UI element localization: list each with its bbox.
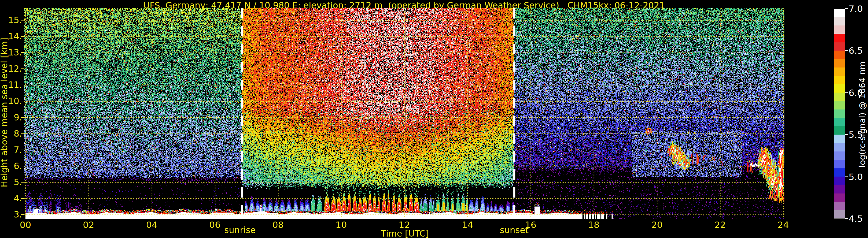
y-tick-label: 13. [1, 47, 22, 58]
y-tick-mark [21, 101, 24, 101]
colorbar-tick-mark [845, 218, 848, 219]
colorbar-canvas [834, 9, 845, 219]
y-tick-label: 3. [1, 209, 22, 220]
sunset-label: sunset [485, 225, 543, 235]
heatmap-canvas [24, 8, 784, 219]
y-tick-label: 10. [1, 96, 22, 106]
ceilometer-quicklook-page: { "title": "UFS, Germany; 47.417 N / 10.… [0, 0, 868, 238]
y-tick-label: 8. [1, 129, 22, 139]
y-tick-mark [21, 214, 24, 215]
x-tick-label: 04 [139, 219, 165, 230]
y-tick-mark [21, 117, 24, 118]
x-tick-label: 20 [644, 219, 670, 230]
colorbar-tick-mark [845, 176, 848, 177]
y-tick-mark [21, 52, 24, 53]
colorbar-tick-mark [845, 93, 848, 93]
y-tick-mark [21, 84, 24, 85]
x-tick-label: 14 [455, 219, 480, 230]
colorbar-label: log(rc-signal) @ 1064 nm [857, 42, 867, 186]
x-tick-label: 24 [770, 219, 796, 230]
y-tick-mark [21, 133, 24, 134]
x-tick-label: 00 [12, 219, 38, 230]
y-tick-label: 4. [1, 193, 22, 204]
x-tick-label: 18 [581, 219, 607, 230]
x-axis-label: Time [UTC] [362, 229, 448, 238]
y-tick-label: 7. [1, 145, 22, 155]
x-tick-label: 02 [75, 219, 101, 230]
x-tick-label: 10 [328, 219, 354, 230]
y-tick-label: 15. [1, 15, 22, 26]
y-tick-label: 12. [1, 64, 22, 74]
y-tick-mark [21, 198, 24, 199]
y-tick-label: 6. [1, 161, 22, 171]
y-tick-mark [21, 36, 24, 37]
y-tick-mark [21, 149, 24, 150]
y-tick-label: 9. [1, 112, 22, 123]
colorbar-tick-label: 4.5 [848, 214, 863, 224]
y-tick-mark [21, 20, 24, 21]
colorbar-tick-label: 7.0 [848, 4, 863, 13]
x-tick-label: 22 [707, 219, 733, 230]
sunrise-label: sunrise [211, 225, 269, 235]
y-tick-mark [21, 166, 24, 166]
y-tick-label: 5. [1, 177, 22, 188]
colorbar-tick-mark [845, 8, 848, 9]
x-axis-spine [24, 219, 785, 219]
colorbar-tick-mark [845, 134, 848, 135]
x-tick-label: 08 [265, 219, 291, 230]
y-tick-label: 14. [1, 31, 22, 42]
y-tick-mark [21, 68, 24, 69]
colorbar-tick-mark [845, 50, 848, 51]
y-tick-mark [21, 182, 24, 182]
y-tick-label: 11. [1, 80, 22, 90]
